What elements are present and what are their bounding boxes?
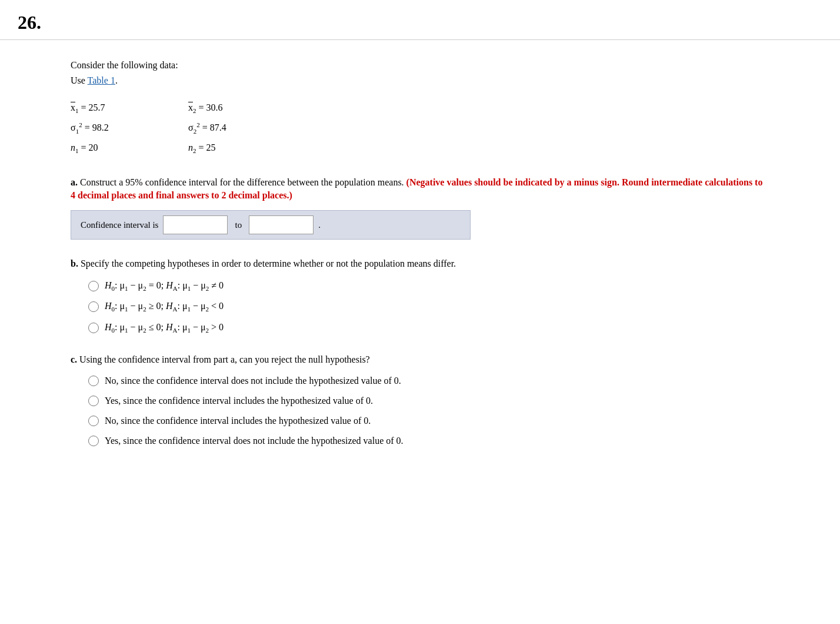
part-b-radio-3[interactable] — [88, 323, 99, 333]
part-c-option-2[interactable]: Yes, since the confidence interval inclu… — [88, 394, 769, 408]
part-a-label: a. — [71, 177, 78, 187]
part-c-radio-4[interactable] — [88, 436, 99, 446]
part-c-label: c. — [71, 354, 77, 364]
part-c-radio-group: No, since the confidence interval does n… — [88, 374, 769, 448]
part-b-radio-1[interactable] — [88, 281, 99, 291]
confidence-to: to — [232, 220, 244, 230]
part-a-text: Construct a 95% confidence interval for … — [80, 177, 406, 187]
part-c-radio-1[interactable] — [88, 376, 99, 386]
part-b-option-1[interactable]: H0: μ1 − μ2 = 0; HA: μ1 − μ2 ≠ 0 — [88, 278, 769, 294]
part-c-option-4-text: Yes, since the confidence interval does … — [105, 434, 404, 448]
part-b: b. Specify the competing hypotheses in o… — [71, 256, 769, 336]
sigma1-value: σ12 = 98.2 — [71, 120, 188, 137]
part-b-option-3-text: H0: μ1 − μ2 ≤ 0; HA: μ1 − μ2 > 0 — [105, 320, 224, 336]
confidence-interval-row: Confidence interval is to . — [71, 210, 471, 240]
confidence-dot: . — [318, 220, 321, 230]
part-c-option-4[interactable]: Yes, since the confidence interval does … — [88, 434, 769, 448]
part-b-radio-2[interactable] — [88, 301, 99, 312]
intro-text: Consider the following data: Use Table 1… — [71, 58, 769, 88]
part-a: a. Construct a 95% confidence interval f… — [71, 175, 769, 240]
part-c-option-3-text: No, since the confidence interval includ… — [105, 414, 371, 428]
question-number: 26. — [0, 0, 840, 40]
intro-line1: Consider the following data: — [71, 60, 178, 70]
part-c-radio-3[interactable] — [88, 416, 99, 426]
part-c-option-2-text: Yes, since the confidence interval inclu… — [105, 394, 373, 408]
part-b-option-2-text: H0: μ1 − μ2 ≥ 0; HA: μ1 − μ2 < 0 — [105, 299, 224, 314]
data-table: x1 = 25.7 x2 = 30.6 σ12 = 98.2 σ22 = 87.… — [71, 99, 769, 157]
intro-line2: Use — [71, 75, 88, 85]
part-b-label: b. — [71, 258, 78, 268]
part-b-option-3[interactable]: H0: μ1 − μ2 ≤ 0; HA: μ1 − μ2 > 0 — [88, 320, 769, 336]
part-c-option-1[interactable]: No, since the confidence interval does n… — [88, 374, 769, 388]
confidence-input-lower[interactable] — [163, 215, 228, 234]
x1-value: x1 = 25.7 — [71, 99, 188, 117]
intro-line2-end: . — [115, 75, 118, 85]
part-c-option-1-text: No, since the confidence interval does n… — [105, 374, 401, 388]
part-b-option-2[interactable]: H0: μ1 − μ2 ≥ 0; HA: μ1 − μ2 < 0 — [88, 299, 769, 314]
sigma2-value: σ22 = 87.4 — [188, 120, 306, 137]
part-c: c. Using the confidence interval from pa… — [71, 352, 769, 449]
part-c-option-3[interactable]: No, since the confidence interval includ… — [88, 414, 769, 428]
part-b-text: Specify the competing hypotheses in orde… — [81, 258, 456, 268]
x2-value: x2 = 30.6 — [188, 99, 306, 117]
part-c-radio-2[interactable] — [88, 396, 99, 406]
n2-value: n2 = 25 — [188, 140, 306, 157]
part-b-radio-group: H0: μ1 − μ2 = 0; HA: μ1 − μ2 ≠ 0 H0: μ1 … — [88, 278, 769, 336]
confidence-input-upper[interactable] — [249, 215, 314, 234]
n1-value: n1 = 20 — [71, 140, 188, 157]
table1-link[interactable]: Table 1 — [88, 75, 115, 85]
part-c-text: Using the confidence interval from part … — [79, 354, 370, 364]
part-b-option-1-text: H0: μ1 − μ2 = 0; HA: μ1 − μ2 ≠ 0 — [105, 278, 224, 294]
confidence-label: Confidence interval is — [81, 220, 158, 230]
